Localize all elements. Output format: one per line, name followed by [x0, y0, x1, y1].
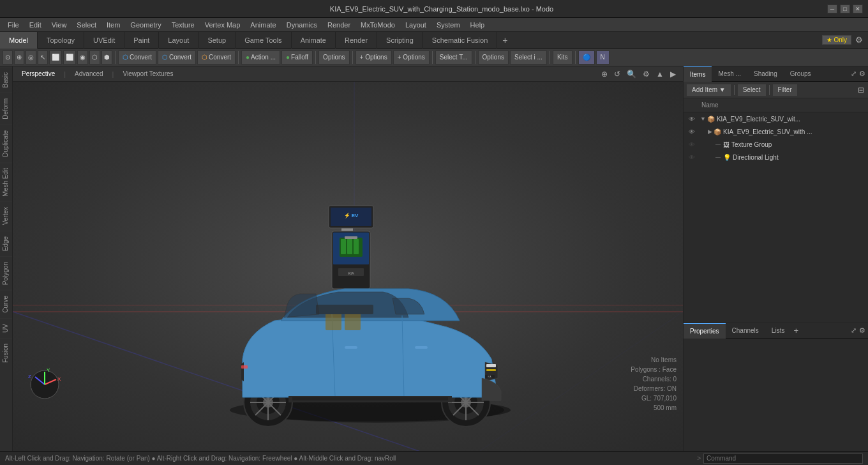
- select-item-button[interactable]: Select: [737, 84, 767, 96]
- tab-paint[interactable]: Paint: [124, 32, 159, 49]
- tab-layout[interactable]: Layout: [159, 32, 198, 49]
- sidebar-basic[interactable]: Basic: [0, 66, 12, 93]
- props-settings-button[interactable]: ⚙: [859, 326, 865, 335]
- tab-model[interactable]: Model: [0, 32, 38, 49]
- minimize-button[interactable]: ─: [827, 4, 837, 13]
- only-button[interactable]: ★ Only: [822, 35, 851, 45]
- options-button-3[interactable]: + Options: [393, 50, 430, 65]
- menu-select[interactable]: Select: [71, 18, 101, 32]
- items-tab-mesh[interactable]: Mesh ...: [712, 66, 747, 82]
- tab-scripting[interactable]: Scripting: [377, 32, 423, 49]
- item-visibility-root[interactable]: 👁: [686, 116, 698, 123]
- tab-game-tools[interactable]: Game Tools: [236, 32, 292, 49]
- viewport-tab-advanced[interactable]: Advanced: [71, 69, 107, 79]
- sidebar-deform[interactable]: Deform: [0, 93, 12, 125]
- item-visibility-light[interactable]: 👁: [686, 154, 698, 161]
- item-visibility-mesh[interactable]: 👁: [686, 128, 698, 135]
- item-row-light[interactable]: 👁 💡 Directional Light: [684, 151, 868, 164]
- tb-icon-6[interactable]: ⬜: [63, 50, 76, 65]
- convert-button-2[interactable]: ⬡ Convert: [158, 50, 196, 65]
- tab-render[interactable]: Render: [336, 32, 377, 49]
- items-expand-button[interactable]: ⤢: [851, 70, 857, 78]
- item-expand-mesh[interactable]: ▶: [708, 128, 712, 135]
- sidebar-vertex[interactable]: Vertex: [0, 201, 12, 230]
- props-expand-button[interactable]: ⤢: [851, 326, 857, 335]
- options-button-4[interactable]: Options: [478, 50, 509, 65]
- props-tab-properties[interactable]: Properties: [684, 323, 726, 339]
- menu-system[interactable]: System: [431, 18, 465, 32]
- tb-icon-7[interactable]: ◉: [77, 50, 88, 65]
- options-button-2[interactable]: + Options: [355, 50, 392, 65]
- items-tab-items[interactable]: Items: [684, 66, 712, 82]
- tb-icon-5[interactable]: ⬜: [49, 50, 62, 65]
- menu-view[interactable]: View: [47, 18, 72, 32]
- props-add-button[interactable]: +: [791, 326, 801, 335]
- menu-mxtomodo[interactable]: MxToModo: [355, 18, 400, 32]
- layout-settings-button[interactable]: ⚙: [855, 35, 863, 45]
- maximize-button[interactable]: □: [840, 4, 850, 13]
- action-button[interactable]: ● Action ...: [241, 50, 280, 65]
- items-list[interactable]: 👁 ▼ 📦 KIA_EV9_Electric_SUV_wit... 👁 ▶ 📦 …: [684, 112, 868, 323]
- tb-icon-2[interactable]: ⊕: [14, 50, 24, 65]
- menu-dynamics[interactable]: Dynamics: [281, 18, 322, 32]
- viewport-tab-perspective[interactable]: Perspective: [18, 69, 59, 79]
- props-tab-channels[interactable]: Channels: [726, 323, 765, 339]
- tb-icon-3[interactable]: ◎: [26, 50, 36, 65]
- menu-help[interactable]: Help: [465, 18, 490, 32]
- tab-schematic-fusion[interactable]: Schematic Fusion: [423, 32, 497, 49]
- items-tab-shading[interactable]: Shading: [747, 66, 784, 82]
- menu-item[interactable]: Item: [101, 18, 125, 32]
- item-row-mesh[interactable]: 👁 ▶ 📦 KIA_EV9_Electric_SUV_with ...: [684, 125, 868, 138]
- select-t-button[interactable]: Select T...: [435, 50, 472, 65]
- tb-icon-9[interactable]: ⬢: [101, 50, 112, 65]
- viewport-tab-textures[interactable]: Viewport Textures: [119, 69, 177, 79]
- select-i-button[interactable]: Select i ...: [510, 50, 547, 65]
- menu-layout[interactable]: Layout: [400, 18, 431, 32]
- n-button[interactable]: N: [596, 50, 610, 65]
- menu-edit[interactable]: Edit: [24, 18, 47, 32]
- props-tab-lists[interactable]: Lists: [765, 323, 791, 339]
- tab-uvedit[interactable]: UVEdit: [84, 32, 124, 49]
- tab-animate[interactable]: Animate: [292, 32, 336, 49]
- sidebar-edge[interactable]: Edge: [0, 231, 12, 256]
- tab-setup[interactable]: Setup: [198, 32, 236, 49]
- menu-file[interactable]: File: [3, 18, 24, 32]
- options-button-1[interactable]: Options: [318, 50, 349, 65]
- viewport-ctrl-maximize[interactable]: ⊕: [599, 70, 610, 79]
- item-expand-root[interactable]: ▼: [700, 116, 706, 122]
- tb-icon-1[interactable]: ⊙: [3, 50, 13, 65]
- items-collapse-button[interactable]: ⊟: [857, 86, 865, 95]
- viewport-ctrl-settings[interactable]: ⚙: [641, 70, 652, 79]
- close-button[interactable]: ✕: [853, 4, 863, 13]
- menu-geometry[interactable]: Geometry: [125, 18, 166, 32]
- menu-render[interactable]: Render: [322, 18, 355, 32]
- viewport-ctrl-next[interactable]: ▶: [668, 70, 678, 79]
- command-input[interactable]: [703, 454, 863, 464]
- u-button[interactable]: 🔵: [578, 50, 595, 65]
- sidebar-polygon[interactable]: Polygon: [0, 256, 12, 290]
- item-row-texture[interactable]: 👁 🖼 Texture Group: [684, 138, 868, 151]
- menu-animate[interactable]: Animate: [245, 18, 281, 32]
- item-row-root[interactable]: 👁 ▼ 📦 KIA_EV9_Electric_SUV_wit...: [684, 112, 868, 125]
- items-settings-button[interactable]: ⚙: [859, 70, 865, 78]
- sidebar-mesh-edit[interactable]: Mesh Edit: [0, 162, 12, 201]
- tb-icon-8[interactable]: ⬡: [89, 50, 100, 65]
- menu-vertex-map[interactable]: Vertex Map: [200, 18, 246, 32]
- viewport-ctrl-reset[interactable]: ↺: [612, 70, 622, 79]
- sidebar-uv[interactable]: UV: [0, 318, 12, 338]
- tab-topology[interactable]: Topology: [38, 32, 84, 49]
- sidebar-fusion[interactable]: Fusion: [0, 338, 12, 368]
- filter-item-button[interactable]: Filter: [772, 84, 798, 96]
- convert-button-3[interactable]: ⬡ Convert: [197, 50, 236, 65]
- falloff-button[interactable]: ● Falloff: [281, 50, 313, 65]
- viewport-ctrl-prev[interactable]: ▲: [654, 70, 666, 79]
- add-item-button[interactable]: Add Item ▼: [686, 84, 731, 96]
- items-tab-groups[interactable]: Groups: [784, 66, 818, 82]
- sidebar-curve[interactable]: Curve: [0, 290, 12, 318]
- kits-button[interactable]: Kits: [553, 50, 572, 65]
- convert-button-1[interactable]: ⬡ Convert: [118, 50, 156, 65]
- item-visibility-texture[interactable]: 👁: [686, 141, 698, 148]
- sidebar-duplicate[interactable]: Duplicate: [0, 125, 12, 162]
- viewport-3d[interactable]: KIA ⚡ EV: [13, 82, 683, 451]
- viewport-ctrl-zoom[interactable]: 🔍: [625, 70, 638, 79]
